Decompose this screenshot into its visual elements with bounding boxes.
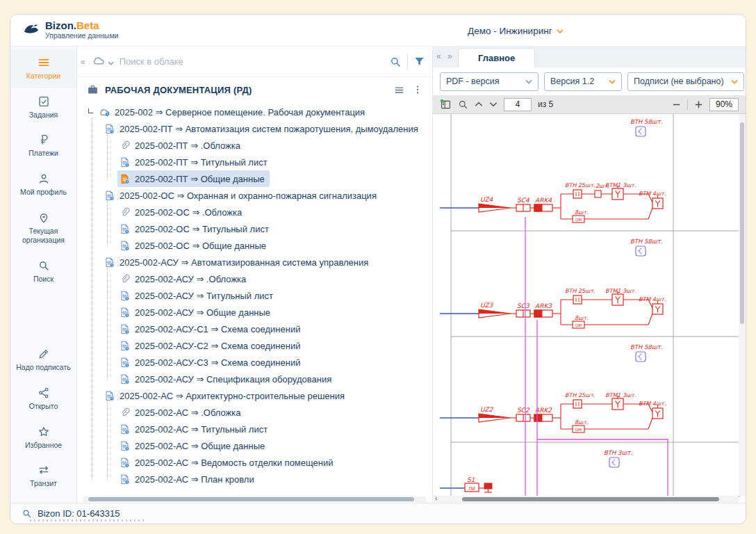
tree-item[interactable]: 2025-002-АС ⇒ Общие данные (117, 437, 270, 454)
sidebar-item-ruble[interactable]: Платежи (10, 127, 76, 165)
filter-icon[interactable] (413, 56, 425, 67)
search-icon[interactable] (22, 508, 32, 519)
tree-item[interactable]: 2025-002-АС ⇒ Архитектурно-строительные … (102, 387, 350, 404)
sidebar-item-menu[interactable]: Категории (10, 49, 76, 88)
svg-text:ВТН 58шт.: ВТН 58шт. (630, 118, 663, 125)
cloud-icon (92, 55, 106, 69)
svg-text:ВТМ 4шт.: ВТМ 4шт. (639, 296, 666, 302)
sidebar-item-user[interactable]: Мой профиль (10, 165, 76, 204)
zoom-out-icon[interactable] (672, 100, 681, 109)
sidebar-item-share[interactable]: Открыто (10, 380, 76, 419)
doc-icon (104, 124, 115, 134)
cloud-source-dropdown[interactable] (92, 55, 114, 69)
svg-text:ВТН 25шт.: ВТН 25шт. (565, 288, 595, 294)
scroll-left-icon[interactable]: ‹ (435, 494, 437, 502)
tree-horizontal-scrollbar[interactable] (83, 496, 427, 502)
tree-item[interactable]: 2025-002 ⇒ Серверное помещение. Рабочая … (87, 104, 370, 120)
version-dropdown[interactable]: Версия 1.2 (544, 72, 622, 91)
sidebar-toggle-icon[interactable] (440, 99, 452, 111)
sidebar-item-label: Мой профиль (20, 188, 67, 197)
collapse-panel-icon[interactable]: « (80, 57, 86, 67)
svg-text:8шт.: 8шт. (575, 209, 589, 216)
tasks-icon (38, 95, 50, 108)
tree-item-label: 2025-002-АСУ ⇒ Общие данные (135, 307, 270, 318)
tree-item[interactable]: 2025-002-АС ⇒ Ведомость отделки помещени… (117, 454, 338, 471)
zoom-level[interactable]: 90% (709, 98, 739, 111)
vertical-scrollbar[interactable] (739, 114, 746, 496)
horizontal-scrollbar[interactable]: ‹ (433, 496, 739, 503)
tree-item-label: 2025-002-ОС ⇒ Титульный лист (135, 224, 269, 234)
svg-text:SC4: SC4 (517, 197, 529, 204)
bird-logo-icon (23, 22, 40, 38)
organization-selector[interactable]: Демо - Инжиниринг (468, 25, 564, 35)
doc-icon (119, 357, 131, 368)
tree-item-label: 2025-002-АСУ-С2 ⇒ Схема соединений (135, 341, 300, 351)
scrollbar-thumb[interactable] (740, 122, 744, 324)
doc-icon (119, 374, 131, 385)
svg-text:ВТН 58шт.: ВТН 58шт. (630, 343, 663, 350)
tree-scroll-area: 2025-002 ⇒ Серверное помещение. Рабочая … (77, 102, 432, 503)
doc-icon (119, 424, 131, 435)
sidebar-item-label: Задания (29, 111, 58, 120)
tree-item-label: 2025-002-АСУ ⇒ Спецификация оборудования (135, 374, 331, 385)
svg-text:SC2: SC2 (517, 407, 530, 414)
chevron-down-icon (108, 56, 114, 68)
tree-item[interactable]: 2025-002-ОС ⇒ Общие данные (117, 237, 271, 254)
scrollbar-thumb[interactable] (88, 497, 414, 501)
zoom-in-icon[interactable] (694, 100, 703, 109)
expand-icon[interactable] (88, 108, 93, 113)
search-icon[interactable] (389, 56, 402, 68)
svg-text:ВТН 58шт.: ВТН 58шт. (630, 238, 663, 245)
svg-text:ВТН 3шт.: ВТН 3шт. (604, 449, 632, 456)
sidebar-item-transit[interactable]: Транзит (10, 457, 76, 496)
sidebar-item-search[interactable]: Поиск (10, 252, 76, 291)
scrollbar-thumb[interactable] (462, 497, 719, 501)
cloud-icon (99, 107, 110, 117)
list-view-icon[interactable] (394, 85, 404, 95)
previous-page-icon[interactable] (475, 102, 483, 107)
svg-text:ВТМ1 3шт.: ВТМ1 3шт. (605, 392, 636, 398)
doc-icon (119, 224, 131, 234)
tree-item[interactable]: 2025-002-АС ⇒ Титульный лист (117, 421, 272, 437)
sidebar-item-label: Поиск (33, 275, 54, 284)
tree-item[interactable]: 2025-002-ОС ⇒ Охранная и охранно-пожарна… (102, 187, 381, 204)
tree-item-label: 2025-002-АС ⇒ .Обложка (135, 407, 240, 418)
sidebar-item-location[interactable]: Текущая организация (10, 204, 76, 252)
kebab-menu-icon[interactable] (413, 85, 422, 95)
find-in-document-icon[interactable] (458, 99, 468, 110)
tree-item[interactable]: 2025-002-АСУ ⇒ .Обложка (117, 270, 251, 287)
tree-item-label: 2025-002-ПТ ⇒ Титульный лист (135, 157, 268, 168)
tree-item-label: 2025-002-ПТ ⇒ Общие данные (135, 174, 265, 184)
tree-item[interactable]: 2025-002-АСУ ⇒ Спецификация оборудования (117, 371, 336, 387)
tree-item[interactable]: 2025-002-АСУ ⇒ Автоматизированная систем… (102, 254, 373, 270)
page-count-label: из 5 (538, 99, 553, 109)
tree-item[interactable]: 2025-002-АСУ-С2 ⇒ Схема соединений (117, 337, 305, 354)
tree-item[interactable]: 2025-002-ОС ⇒ Титульный лист (117, 220, 274, 237)
signatures-dropdown[interactable]: Подписи (не выбрано) (627, 72, 744, 91)
tree-item[interactable]: 2025-002-АС ⇒ .Обложка (117, 404, 245, 421)
tree-item[interactable]: 2025-002-АСУ ⇒ Титульный лист (117, 287, 278, 304)
search-input[interactable] (120, 56, 384, 67)
tree-item[interactable]: 2025-002-АСУ ⇒ Общие данные (117, 304, 275, 321)
sidebar: КатегорииЗаданияПлатежиМой профильТекуща… (10, 47, 77, 503)
doc-icon (119, 241, 131, 251)
tree-item[interactable]: 2025-002-АСУ-С1 ⇒ Схема соединений (117, 321, 305, 337)
tree-item[interactable]: 2025-002-ПТ ⇒ Автоматизация систем пожар… (102, 120, 423, 137)
sidebar-item-star[interactable]: Избранное (10, 419, 76, 458)
tree-item[interactable]: 2025-002-АС ⇒ План кровли (117, 471, 259, 487)
sidebar-item-label: Категории (26, 72, 60, 81)
next-page-icon[interactable] (489, 102, 498, 107)
splitter-collapse-icons[interactable]: « » (436, 51, 454, 61)
sidebar-item-signature[interactable]: Надо подписать (10, 341, 76, 380)
tree-item[interactable]: 2025-002-ОС ⇒ .Обложка (117, 204, 247, 220)
sidebar-item-tasks[interactable]: Задания (10, 88, 76, 127)
bizon-id-label: Bizon ID: 01-643315 (38, 508, 120, 519)
page-number-input[interactable] (504, 98, 532, 111)
tree-item[interactable]: 2025-002-АСУ-С3 ⇒ Схема соединений (117, 354, 305, 371)
tree-item[interactable]: 2025-002-ПТ ⇒ Титульный лист (117, 154, 272, 170)
pdf-version-dropdown[interactable]: PDF - версия (440, 72, 539, 91)
svg-text:ВТН 25шт.: ВТН 25шт. (565, 182, 595, 188)
tree-item-selected[interactable]: 2025-002-ПТ ⇒ Общие данные (117, 170, 270, 187)
tab-glavnoe[interactable]: Главное (458, 48, 535, 67)
tree-item[interactable]: 2025-002-ПТ ⇒ .Обложка (117, 137, 245, 154)
